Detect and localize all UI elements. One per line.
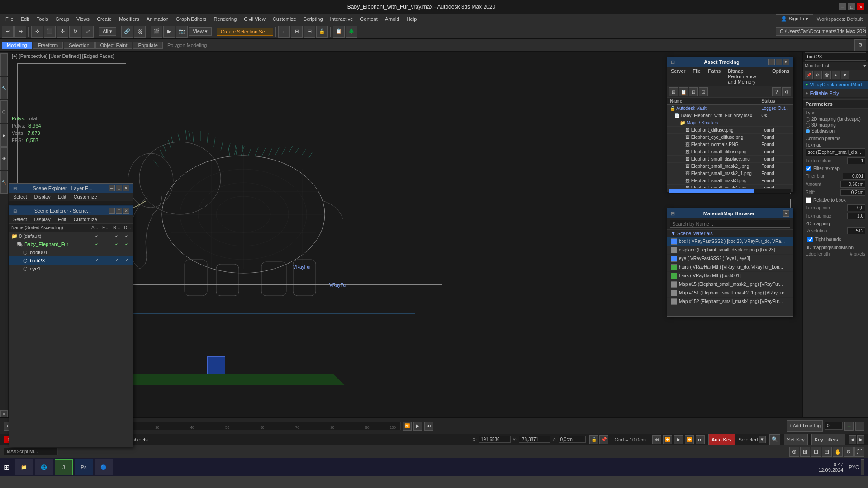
render-button[interactable]: ▶ [163, 26, 175, 38]
maxscript-input[interactable]: MAXScript Mi... [4, 448, 58, 455]
timeline-play[interactable]: ▶ [413, 422, 422, 431]
le-customize-menu[interactable]: Customize [72, 194, 99, 200]
list-item[interactable]: bodi ( VRayFastSSS2 ) [bodi23, VRayFur_d… [667, 237, 793, 246]
asset-tb-help[interactable]: ? [772, 87, 781, 96]
asset-tb-settings[interactable]: ⚙ [782, 87, 791, 96]
taskbar-chrome[interactable]: 🔵 [95, 459, 113, 475]
tight-bounds-checkbox[interactable] [807, 237, 813, 242]
asset-panel-header[interactable]: ⊞ Asset Tracking ─ □ ✕ [667, 57, 793, 67]
sign-in-button[interactable]: 👤 Sign In ▾ [776, 14, 813, 23]
asset-close-button[interactable]: ✕ [783, 59, 789, 65]
render-setup-button[interactable]: 🎬 [151, 26, 162, 38]
keyfilters-button[interactable]: Key Filters... [811, 434, 845, 445]
timeline-go-forward[interactable]: ⏩ [403, 422, 412, 431]
move-button[interactable]: ✛ [57, 26, 68, 38]
playback-go-end[interactable]: ⏭ [696, 435, 705, 444]
toggle-bodi23-f[interactable] [102, 258, 111, 263]
menu-customize[interactable]: Customize [269, 15, 300, 23]
trash-icon[interactable]: 🗑 [823, 71, 831, 79]
grid-lock-button[interactable]: 🔓 [589, 435, 598, 444]
minus-key-button[interactable]: − [855, 422, 864, 431]
list-item[interactable]: ⬡ bodi001 [9, 248, 133, 256]
scene-explorer-button[interactable]: 🌲 [346, 26, 357, 38]
configure-icon[interactable]: ⚙ [814, 71, 822, 79]
menu-content[interactable]: Content [356, 15, 381, 23]
timeline-go-end[interactable]: ⏭ [424, 422, 433, 431]
se-r-col[interactable]: R... [111, 225, 122, 231]
list-item[interactable]: eye ( VRayFastSSS2 ) [eye1, eye3] [667, 255, 793, 263]
asset-table-container[interactable]: Name Status 🔒 Autodesk Vault Logged Out.… [667, 98, 793, 188]
resolution-input[interactable] [847, 227, 865, 234]
tab-object-paint[interactable]: Object Paint [95, 42, 133, 49]
type-2d-radio[interactable]: 2D mapping (landscape) [806, 117, 865, 122]
modify-panel-button[interactable]: 🔧 [0, 77, 8, 99]
selected-dropdown[interactable]: ▾ [759, 436, 766, 443]
toggle-d2[interactable]: ✓ [122, 242, 131, 246]
list-item[interactable]: hairs ( VRayHairMtl ) [bodi001] [667, 272, 793, 280]
menu-animation[interactable]: Animation [143, 15, 172, 23]
asset-options-menu[interactable]: Options [770, 68, 791, 85]
table-row[interactable]: 🔒 Autodesk Vault Logged Out... [667, 105, 793, 112]
modifier-search-input[interactable] [805, 52, 866, 61]
se-edit-menu[interactable]: Edit [56, 216, 68, 223]
le-display-menu[interactable]: Display [33, 194, 52, 200]
toggle-r[interactable]: ✓ [112, 234, 121, 238]
link-button[interactable]: 🔗 [121, 26, 133, 38]
scale-button[interactable]: ⤢ [82, 26, 94, 38]
texmap-min-input[interactable] [847, 204, 865, 211]
table-row[interactable]: 🖼 Elephant_small_mask2_1.png Found [667, 170, 793, 177]
scene-explorer-header[interactable]: ⊞ Scene Explorer - Scene... ─ □ ✕ [9, 206, 133, 215]
table-row[interactable]: 🖼 Elephant_small_diffuse.png Found [667, 148, 793, 156]
tight-bounds-row[interactable]: Tight bounds [806, 236, 865, 243]
toggle-f[interactable] [102, 234, 111, 238]
pan-button[interactable]: ✋ [833, 447, 843, 457]
menu-tools[interactable]: Tools [33, 15, 52, 23]
toggle-a2[interactable]: ✓ [92, 242, 101, 246]
asset-name-col[interactable]: Name [667, 98, 759, 105]
asset-tb-btn1[interactable]: ⊞ [669, 87, 678, 96]
path-display[interactable]: C:\Users\Tan\Documents\3ds Max 2020 ▾ [776, 27, 866, 36]
mb-close-button[interactable]: ✕ [783, 210, 789, 217]
zoom-extents-button[interactable]: ⊡ [811, 447, 821, 457]
menu-modifiers[interactable]: Modifiers [115, 15, 143, 23]
viewport-config-button[interactable]: 📷 [176, 26, 188, 38]
setkey-button[interactable]: Set Key [784, 434, 808, 445]
table-row[interactable]: 🖼 Elephant_normals.PNG Found [667, 141, 793, 148]
le-close-button[interactable]: ✕ [123, 185, 129, 191]
taskbar-browser[interactable]: 🌐 [35, 459, 53, 475]
playback-next[interactable]: ⏩ [685, 435, 694, 444]
window-controls[interactable]: ─ □ ✕ [839, 3, 864, 10]
table-row[interactable]: 🖼 Elephant_small_mask2_.png Found [667, 163, 793, 170]
texmap-max-input[interactable] [847, 213, 865, 219]
se-maximize-button[interactable]: □ [116, 208, 122, 214]
table-row[interactable]: 🖼 Elephant_eye_diffuse.png Found [667, 134, 793, 141]
menu-civil-view[interactable]: Civil View [240, 15, 269, 23]
menu-file[interactable]: File [2, 15, 17, 23]
le-maximize-button[interactable]: □ [116, 185, 122, 191]
table-row[interactable]: 🖼 Elephant_diffuse.png Found [667, 127, 793, 134]
se-a-col[interactable]: A... [90, 225, 100, 231]
layer-mgr-button[interactable]: 📋 [333, 26, 345, 38]
menu-help[interactable]: Help [403, 15, 421, 23]
snap-lock-button[interactable]: 📌 [599, 435, 608, 444]
display-panel-button[interactable]: 👁 [0, 147, 8, 170]
down-icon[interactable]: ▼ [841, 71, 849, 79]
modifier-editable-poly[interactable]: ● Editable Poly [803, 89, 868, 98]
list-item[interactable]: ⬡ bodi23 ✓ ✓ ✓ [9, 256, 133, 265]
asset-tb-btn4[interactable]: ⊡ [699, 87, 708, 96]
z-coord-input[interactable] [559, 436, 586, 443]
toggle-r2[interactable]: ✓ [112, 242, 121, 246]
type-3d-radio[interactable]: 3D mapping [806, 123, 865, 128]
add-time-tag-button[interactable]: + Add Time Tag [787, 420, 823, 432]
asset-status-col[interactable]: Status [759, 98, 793, 105]
shift-input[interactable] [840, 189, 865, 196]
type-subdivision-radio[interactable]: Subdivision [806, 128, 865, 133]
playback-prev[interactable]: ⏪ [663, 435, 672, 444]
undo-button[interactable]: ↩ [2, 26, 14, 38]
list-item[interactable]: 📁 0 (default) ✓ ✓ ✓ [9, 232, 133, 240]
start-button[interactable]: ⊞ [4, 463, 9, 472]
asset-maximize-button[interactable]: □ [776, 59, 782, 65]
close-button[interactable]: ✕ [857, 3, 864, 10]
se-select-menu[interactable]: Select [11, 216, 29, 223]
layer-explorer-header[interactable]: ⊞ Scene Explorer - Layer E... ─ □ ✕ [9, 184, 133, 193]
